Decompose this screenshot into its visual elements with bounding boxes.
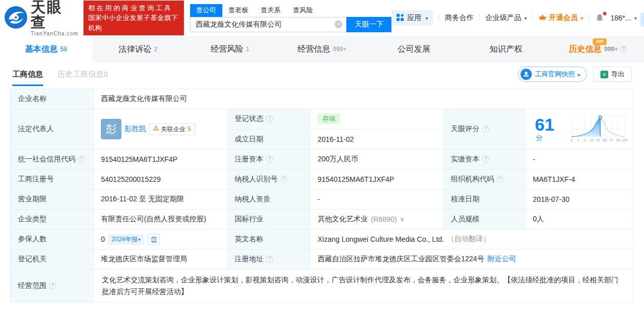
- score-unit: 分: [536, 134, 543, 141]
- business-term-value: 2016-11-02 至 无固定期限: [94, 190, 227, 209]
- taxpayer-quality-value: -: [310, 190, 444, 209]
- subtab-history-registration[interactable]: 历史工商信息0: [57, 62, 108, 86]
- paid-capital-value: -: [526, 150, 633, 169]
- open-vip-label: 开通会员: [549, 13, 577, 23]
- clear-search-icon[interactable]: [335, 20, 342, 28]
- tianyancha-logo-icon: [4, 6, 28, 31]
- taxpayer-id-value: 91540125MA6T1JXF4P: [310, 170, 444, 189]
- help-icon[interactable]: [482, 126, 489, 133]
- search-tab-risk[interactable]: 查风险: [287, 4, 319, 17]
- field-label: 国标行业: [227, 210, 310, 229]
- nearby-companies-link[interactable]: 附近公司: [487, 255, 516, 264]
- menu-biz-cooperation[interactable]: 商务合作: [445, 13, 473, 23]
- svg-text:100: 100: [622, 138, 628, 142]
- chevron-down-icon[interactable]: [400, 216, 405, 223]
- tab-operational-risk[interactable]: 经营风险 1: [184, 36, 276, 62]
- tab-count: 58: [60, 46, 67, 53]
- field-label-group: 经营范围: [11, 269, 94, 302]
- field-label-group: 注册地址: [227, 249, 310, 269]
- divider: [589, 14, 589, 22]
- reg-number-value: 540125200015229: [94, 170, 227, 189]
- annual-report-label: 2024年报: [112, 235, 138, 244]
- svg-text:1: 1: [577, 138, 579, 142]
- help-icon[interactable]: [266, 156, 273, 163]
- help-icon[interactable]: [266, 256, 273, 263]
- help-icon[interactable]: [482, 156, 489, 163]
- arrow-right-icon: [578, 72, 580, 77]
- help-icon[interactable]: [78, 156, 85, 163]
- org-code-value: MA6T1JXF-4: [526, 170, 633, 189]
- approval-date-value: 2018-07-30: [526, 190, 633, 209]
- help-icon[interactable]: [266, 115, 273, 122]
- tab-count: 999+: [604, 46, 618, 53]
- menu-open-vip[interactable]: 开通会员 ▾: [538, 13, 583, 23]
- tab-history-info[interactable]: VIP 历史信息 999+: [552, 36, 644, 62]
- field-label: 登记机关: [11, 249, 94, 269]
- menu-enterprise-product[interactable]: 企业级产品 ▾: [485, 13, 527, 23]
- insured-trend-button[interactable]: [148, 234, 160, 245]
- tab-legal-proceedings[interactable]: 法律诉讼 2: [92, 36, 184, 62]
- svg-text:0: 0: [571, 138, 573, 142]
- industry-cell: 其他文化艺术业 (R8890): [310, 210, 444, 229]
- tab-company-development[interactable]: 公司发展: [368, 36, 460, 62]
- apps-label: 应用: [407, 13, 421, 23]
- arrow-right-icon: [139, 237, 141, 242]
- field-label: 英文名称: [227, 229, 310, 249]
- search-tab-relation[interactable]: 查关系: [255, 4, 287, 17]
- tab-basic-info[interactable]: 基本信息 58: [0, 36, 92, 62]
- field-label-group: 天眼评分: [444, 109, 526, 149]
- side-widget-handle[interactable]: [640, 12, 644, 27]
- field-label-group: 组织机构代码: [444, 170, 526, 189]
- promo-line-1: 都在用的商业查询工具: [88, 3, 179, 13]
- apps-menu[interactable]: 应用 ▾: [391, 10, 433, 26]
- help-icon[interactable]: [49, 282, 56, 289]
- search-input[interactable]: [190, 17, 347, 32]
- related-count: 5: [188, 126, 191, 133]
- score-value: 61: [535, 115, 554, 134]
- help-icon[interactable]: [620, 46, 627, 53]
- subtab-business-registration[interactable]: 工商信息: [12, 62, 43, 86]
- tab-count: 2: [154, 46, 158, 53]
- legal-rep-link[interactable]: 彭胜凯: [124, 124, 146, 134]
- table-row: 经营范围 文化艺术交流策划咨询，企业形象设计策划，影视策划咨询，动漫设计，广告设…: [11, 269, 633, 302]
- annual-report-badge[interactable]: 2024年报: [108, 234, 144, 245]
- account-phone: 186*...: [610, 14, 631, 22]
- english-name-value: Xizang Longwei Culture Media Co., Ltd.: [318, 235, 444, 243]
- avatar[interactable]: 彭: [101, 119, 121, 139]
- search-tab-boss[interactable]: 查老板: [222, 4, 255, 17]
- industry-value: 其他文化艺术业: [318, 215, 368, 224]
- english-name-cell: Xizang Longwei Culture Media Co., Ltd. （…: [310, 229, 633, 249]
- account-menu[interactable]: 186*... ▾: [610, 14, 637, 22]
- field-label: 参保人数: [11, 229, 94, 249]
- tab-business-info[interactable]: 经营信息 999+: [276, 36, 368, 62]
- tab-intellectual-property[interactable]: 知识产权: [460, 36, 552, 62]
- tab-label: 知识产权: [490, 44, 523, 55]
- help-icon[interactable]: [280, 176, 287, 183]
- score-cell: 61分: [526, 109, 633, 149]
- divider: [439, 14, 439, 22]
- field-label: 注册地址: [235, 255, 263, 264]
- field-label: 企业类型: [11, 210, 94, 229]
- search-button[interactable]: 天眼一下: [346, 17, 391, 32]
- related-companies-badge[interactable]: 关联企业 5: [149, 123, 195, 135]
- table-row: 统一社会信用代码 91540125MA6T1JXF4P 注册资本 200万人民币…: [11, 150, 633, 170]
- notifications-bell-icon[interactable]: [595, 13, 605, 23]
- search-tab-company[interactable]: 查公司: [190, 4, 222, 17]
- table-row: 工商注册号 540125200015229 纳税人识别号 91540125MA6…: [11, 170, 633, 190]
- business-info-table: 企业名称 西藏龙薇文化传媒有限公司 法定代表人 彭 彭胜凯 关联企业 5: [10, 89, 634, 303]
- official-snapshot-button[interactable]: 工商官网快照: [518, 67, 587, 82]
- vip-badge: VIP: [593, 38, 607, 45]
- reg-address-value: 西藏自治区拉萨市堆龙德庆区工业园区管委会1224号: [318, 255, 484, 264]
- tianyancha-logo[interactable]: 天眼查 TianYanCha.com: [4, 0, 78, 36]
- score-distribution-chart[interactable]: 0 1 3 15 50 85 97 99 100: [569, 114, 629, 144]
- export-button[interactable]: 导出: [593, 67, 632, 82]
- field-label: 营业期限: [11, 190, 94, 209]
- insured-count-value: 0: [101, 235, 105, 243]
- reg-status-cell: 存续: [310, 109, 444, 129]
- field-label: 人员规模: [444, 210, 526, 229]
- help-icon[interactable]: [496, 176, 504, 183]
- company-name-value: 西藏龙薇文化传媒有限公司: [94, 89, 633, 109]
- establish-date-value: 2016-11-02: [310, 130, 444, 150]
- enterprise-product-label: 企业级产品: [485, 13, 521, 23]
- field-label: 纳税人资质: [227, 190, 310, 209]
